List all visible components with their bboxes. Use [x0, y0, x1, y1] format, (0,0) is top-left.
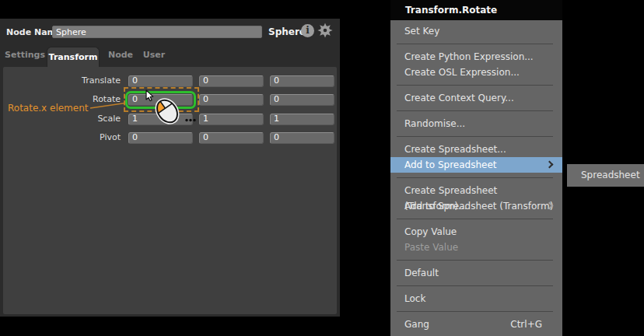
- menu-item-label: Paste Value: [404, 242, 458, 253]
- menu-item-create-spreadsheet-transform[interactable]: Create Spreadsheet (Transform)...: [390, 183, 562, 198]
- tab-user[interactable]: User: [137, 44, 171, 67]
- annotation-label: Rotate.x element: [8, 103, 89, 114]
- menu-item-label: Create Spreadsheet...: [404, 144, 506, 155]
- menu-item-label: Copy Value: [404, 226, 457, 237]
- menu-item-default[interactable]: Default: [390, 265, 562, 281]
- tab-settings[interactable]: Settings: [5, 44, 44, 67]
- menu-item-gang[interactable]: GangCtrl+G: [390, 317, 562, 332]
- field-scale-z[interactable]: 1: [270, 114, 334, 125]
- rotate-x-highlight-border: [125, 91, 196, 109]
- row-label-scale: Scale: [3, 113, 121, 125]
- menu-item-label: Create Context Query...: [404, 93, 514, 103]
- menu-item-copy-value[interactable]: Copy Value: [390, 224, 562, 240]
- menu-item-add-to-spreadsheet[interactable]: Add to Spreadsheet: [390, 157, 562, 173]
- transform-tab-content: 000Pivot111Scale000Rotate000Translate Ro…: [3, 67, 337, 314]
- menu-item-label: Add to Spreadsheet (Transform): [404, 201, 553, 212]
- context-menu: Transform.Rotate Set KeyCreate Python Ex…: [390, 0, 562, 336]
- info-icon[interactable]: i: [301, 24, 314, 37]
- field-translate-y[interactable]: 0: [199, 75, 264, 87]
- menu-item-create-python-expression[interactable]: Create Python Expression...: [390, 49, 562, 65]
- field-pivot-z[interactable]: 0: [270, 132, 334, 144]
- submenu-arrow-icon: [546, 161, 554, 169]
- menu-item-label: Set Key: [404, 26, 439, 37]
- submenu-item-spreadsheet[interactable]: Spreadsheet: [567, 164, 644, 187]
- menu-separator: [397, 177, 553, 178]
- menu-item-create-spreadsheet[interactable]: Create Spreadsheet...: [390, 142, 562, 157]
- menu-item-label: Default: [404, 268, 439, 278]
- node-name-input[interactable]: [52, 26, 262, 38]
- menu-separator: [397, 285, 553, 286]
- menu-item-shortcut: Ctrl+G: [510, 317, 542, 332]
- field-translate-z[interactable]: 0: [270, 75, 334, 87]
- node-title: Sphere: [268, 26, 306, 38]
- menu-item-create-context-query[interactable]: Create Context Query...: [390, 90, 562, 106]
- field-rotate-z[interactable]: 0: [270, 94, 334, 106]
- menu-item-label: Randomise...: [404, 118, 465, 129]
- field-pivot-y[interactable]: 0: [199, 132, 264, 144]
- menu-item-label: Gang: [404, 319, 429, 330]
- gear-icon[interactable]: [317, 23, 333, 38]
- menu-separator: [397, 311, 553, 312]
- menu-separator: [397, 260, 553, 261]
- menu-item-lock[interactable]: Lock: [390, 291, 562, 306]
- menu-item-label: Add to Spreadsheet: [404, 159, 497, 170]
- menu-item-label: Create OSL Expression...: [404, 67, 520, 78]
- menu-separator: [397, 44, 553, 44]
- parameter-panel: Node Name Sphere i SettingsTransformNode…: [0, 19, 340, 317]
- menu-item-create-osl-expression[interactable]: Create OSL Expression...: [390, 65, 562, 80]
- menu-item-add-to-spreadsheet-transform[interactable]: Add to Spreadsheet (Transform): [390, 198, 562, 214]
- menu-item-randomise[interactable]: Randomise...: [390, 116, 562, 131]
- context-submenu: Spreadsheet: [567, 164, 644, 187]
- menu-item-label: Lock: [404, 293, 425, 304]
- menu-item-paste-value: Paste Value: [390, 240, 562, 255]
- field-scale-x[interactable]: 1: [128, 114, 193, 125]
- tab-transform[interactable]: Transform: [47, 47, 100, 67]
- field-translate-x[interactable]: 0: [128, 75, 193, 87]
- menu-item-label: Create Python Expression...: [404, 51, 534, 62]
- field-pivot-x[interactable]: 0: [128, 132, 193, 144]
- menu-separator: [397, 110, 553, 111]
- menu-item-set-key[interactable]: Set Key: [390, 23, 562, 39]
- context-menu-title: Transform.Rotate: [390, 0, 562, 20]
- row-label-pivot: Pivot: [3, 131, 121, 144]
- tab-node[interactable]: Node: [103, 44, 138, 67]
- row-label-translate: Translate: [3, 75, 121, 87]
- menu-separator: [397, 85, 553, 86]
- menu-separator: [397, 136, 553, 137]
- menu-separator: [397, 219, 553, 219]
- field-scale-y[interactable]: 1: [199, 114, 264, 125]
- tab-strip: SettingsTransformNodeUser: [0, 44, 340, 67]
- field-rotate-y[interactable]: 0: [199, 94, 264, 106]
